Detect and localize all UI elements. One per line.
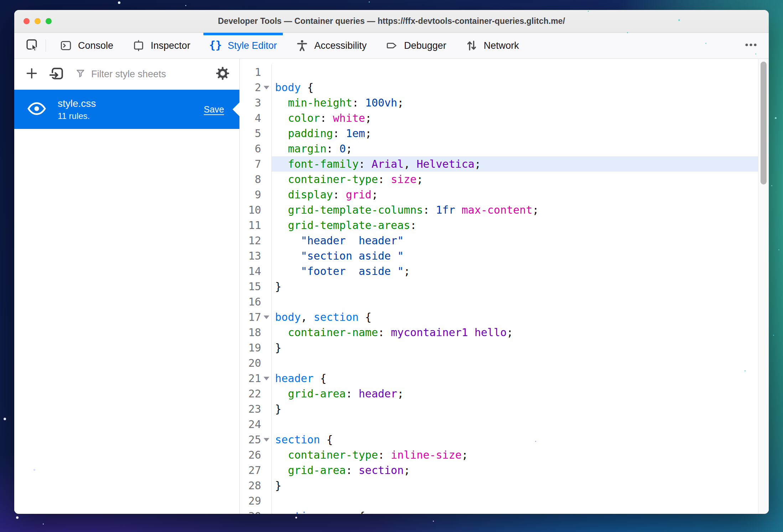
fold-arrow-icon[interactable]: [261, 86, 271, 89]
code-token: section: [313, 311, 358, 323]
gutter: 29: [240, 493, 272, 508]
code-token: }: [275, 341, 281, 354]
filter-stylesheets-field[interactable]: [76, 68, 204, 80]
fold-arrow-icon[interactable]: [261, 438, 271, 442]
code-token: "section aside ": [301, 250, 404, 262]
tab-debugger[interactable]: Debugger: [376, 33, 456, 58]
code-text[interactable]: padding: 1em;: [272, 126, 758, 141]
editor-scrollbar-track[interactable]: [758, 59, 769, 514]
code-text[interactable]: grid-area: header;: [272, 386, 758, 401]
code-text[interactable]: min-height: 100vh;: [272, 95, 758, 110]
filter-stylesheets-input[interactable]: [91, 69, 204, 80]
code-text[interactable]: body, section {: [272, 309, 758, 325]
tab-console[interactable]: Console: [50, 33, 123, 58]
code-text[interactable]: container-type: inline-size;: [272, 447, 758, 463]
code-token: :: [327, 142, 339, 155]
code-token: [275, 112, 288, 124]
code-text[interactable]: [272, 417, 758, 432]
fold-arrow-icon[interactable]: [261, 377, 271, 380]
console-icon: [60, 40, 72, 52]
code-text[interactable]: display: grid;: [272, 187, 758, 202]
code-token: padding: [288, 127, 333, 140]
code-text[interactable]: }: [272, 401, 758, 417]
code-text[interactable]: [272, 493, 758, 508]
line-number: 27: [240, 464, 261, 476]
tab-label: Console: [78, 40, 113, 51]
code-text[interactable]: margin: 0;: [272, 141, 758, 156]
code-token: [275, 173, 288, 186]
code-line: 15}: [240, 279, 758, 294]
code-line: 24: [240, 417, 758, 432]
line-number: 7: [240, 158, 261, 170]
code-token: ;: [462, 449, 468, 461]
stylesheet-item-style-css[interactable]: style.css 11 rules. Save: [14, 90, 239, 129]
code-token: [455, 204, 462, 216]
code-token: margin: [288, 142, 326, 155]
zoom-window-icon[interactable]: [46, 18, 52, 24]
code-text[interactable]: grid-template-columns: 1fr max-content;: [272, 202, 758, 218]
code-token: :: [320, 112, 333, 124]
code-token: :: [378, 326, 391, 339]
code-text[interactable]: }: [272, 340, 758, 355]
code-line: 28}: [240, 478, 758, 493]
tab-inspector[interactable]: Inspector: [123, 33, 200, 58]
code-text[interactable]: "footer aside ";: [272, 264, 758, 279]
code-text[interactable]: container-type: size;: [272, 172, 758, 187]
line-number: 24: [240, 418, 261, 431]
code-text[interactable]: [272, 294, 758, 309]
code-text[interactable]: section span {: [272, 508, 758, 514]
close-window-icon[interactable]: [24, 18, 30, 24]
code-line: 17body, section {: [240, 309, 758, 325]
devtools-menu-button[interactable]: [744, 38, 758, 53]
code-token: ;: [416, 173, 423, 186]
code-line: 22 grid-area: header;: [240, 386, 758, 401]
code-text[interactable]: grid-area: section;: [272, 463, 758, 478]
code-text[interactable]: }: [272, 279, 758, 294]
tab-style-editor[interactable]: {}Style Editor: [200, 33, 286, 58]
gutter: 14: [240, 264, 272, 279]
code-token: :: [346, 387, 359, 400]
gutter: 15: [240, 279, 272, 294]
code-text[interactable]: grid-template-areas:: [272, 218, 758, 233]
save-link[interactable]: Save: [204, 104, 224, 115]
toggle-visibility-button[interactable]: [27, 102, 46, 117]
code-area[interactable]: 12body {3 min-height: 100vh;4 color: whi…: [240, 59, 758, 514]
code-token: [275, 464, 288, 476]
gutter: 12: [240, 233, 272, 248]
code-token: :: [378, 449, 391, 461]
line-number: 14: [240, 265, 261, 277]
code-token: 100vh: [365, 97, 397, 109]
code-text[interactable]: "section aside ": [272, 248, 758, 264]
tab-network[interactable]: Network: [456, 33, 529, 58]
minimize-window-icon[interactable]: [35, 18, 41, 24]
code-text[interactable]: header {: [272, 371, 758, 386]
code-token: display: [288, 188, 333, 201]
style-editor-options-button[interactable]: [215, 66, 230, 82]
gutter: 9: [240, 187, 272, 202]
code-text[interactable]: }: [272, 478, 758, 493]
code-line: 10 grid-template-columns: 1fr max-conten…: [240, 202, 758, 218]
code-token: ;: [532, 204, 539, 216]
code-text[interactable]: [272, 355, 758, 371]
code-text[interactable]: font-family: Arial, Helvetica;: [272, 156, 758, 172]
code-text[interactable]: "header header": [272, 233, 758, 248]
new-stylesheet-button[interactable]: [25, 67, 38, 82]
code-token: :: [410, 219, 416, 231]
code-text[interactable]: container-name: mycontainer1 hello;: [272, 325, 758, 340]
code-text[interactable]: body {: [272, 80, 758, 95]
gutter: 4: [240, 110, 272, 126]
editor-scrollbar-thumb[interactable]: [761, 62, 767, 184]
code-text[interactable]: section {: [272, 432, 758, 447]
code-text[interactable]: [272, 64, 758, 80]
code-text[interactable]: color: white;: [272, 110, 758, 126]
code-token: [275, 188, 288, 201]
pick-element-button[interactable]: [24, 37, 41, 54]
gutter: 18: [240, 325, 272, 340]
import-stylesheet-button[interactable]: [49, 66, 65, 83]
code-token: container-name: [288, 326, 378, 339]
fold-arrow-icon[interactable]: [261, 315, 271, 319]
tab-accessibility[interactable]: Accessibility: [286, 33, 376, 58]
line-number: 16: [240, 296, 261, 308]
code-line: 27 grid-area: section;: [240, 463, 758, 478]
code-token: [275, 97, 288, 109]
